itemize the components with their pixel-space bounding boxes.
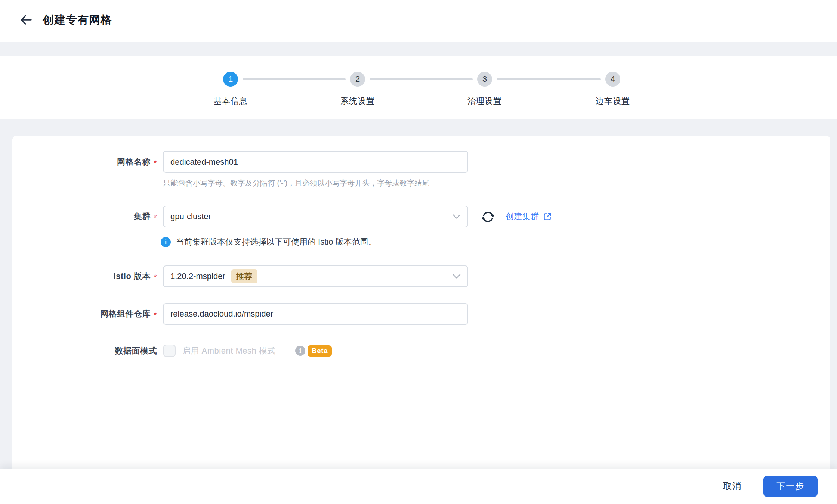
cluster-row: 集群 * gpu-cluster 创建集群 (12, 206, 830, 227)
recommended-badge: 推荐 (231, 269, 257, 283)
cluster-info-row: i 当前集群版本仅支持选择以下可使用的 Istio 版本范围。 (12, 236, 830, 248)
step-circle-4: 4 (605, 72, 620, 87)
istio-version-value: 1.20.2-mspider (170, 271, 225, 281)
required-asterisk: * (154, 156, 157, 168)
cluster-select[interactable]: gpu-cluster (163, 206, 468, 227)
external-link-icon (543, 212, 552, 221)
cluster-info-text: 当前集群版本仅支持选择以下可使用的 Istio 版本范围。 (176, 236, 377, 248)
step-circle-1: 1 (223, 72, 238, 87)
ambient-mesh-checkbox (163, 345, 176, 357)
mesh-name-hint-row: 只能包含小写字母、数字及分隔符 ('-')，且必须以小写字母开头，字母或数字结尾 (12, 177, 830, 189)
step-circle-3: 3 (477, 72, 492, 87)
step-label-1: 基本信息 (213, 96, 248, 107)
stepper: 1 基本信息 2 系统设置 3 治理设置 4 边车设置 (0, 56, 837, 119)
refresh-clusters-button[interactable] (481, 209, 495, 224)
step-circle-2: 2 (350, 72, 365, 87)
stepper-step-governance-settings: 3 治理设置 (455, 72, 515, 107)
stepper-step-basic-info: 1 基本信息 (201, 72, 260, 107)
cancel-button[interactable]: 取消 (721, 477, 744, 496)
create-cluster-link[interactable]: 创建集群 (506, 206, 552, 227)
refresh-icon (481, 209, 495, 224)
mesh-name-label: 网格名称 * (12, 151, 157, 173)
beta-badge: Beta (308, 345, 332, 357)
step-label-3: 治理设置 (467, 96, 502, 107)
footer-bar: 取消 下一步 (0, 469, 837, 504)
chevron-down-icon (453, 214, 461, 219)
ambient-mesh-checkbox-label: 启用 Ambient Mesh 模式 (182, 344, 276, 358)
create-mesh-page: 创建专有网格 1 基本信息 2 系统设置 3 治理设置 4 边车设置 网格名称 … (0, 0, 837, 504)
step-label-4: 边车设置 (596, 96, 630, 107)
stepper-step-sidecar-settings: 4 边车设置 (583, 72, 643, 107)
istio-version-select[interactable]: 1.20.2-mspider 推荐 (163, 265, 468, 287)
page-header: 创建专有网格 (0, 0, 837, 42)
istio-version-label-text: Istio 版本 (114, 271, 151, 282)
back-arrow-icon (20, 14, 33, 25)
registry-input[interactable] (163, 303, 468, 325)
page-title: 创建专有网格 (43, 12, 112, 28)
info-icon-gray: i (295, 346, 305, 356)
back-button[interactable] (19, 12, 34, 27)
required-asterisk: * (154, 211, 157, 223)
next-button[interactable]: 下一步 (763, 476, 818, 497)
mesh-name-input[interactable] (163, 151, 468, 173)
sparkle-icon (328, 343, 333, 348)
cluster-select-value: gpu-cluster (170, 212, 211, 221)
chevron-down-icon (453, 274, 461, 279)
mesh-name-label-text: 网格名称 (117, 156, 151, 168)
info-icon: i (161, 237, 171, 247)
dataplane-mode-label: 数据面模式 (12, 344, 157, 358)
registry-label: 网格组件仓库 * (12, 303, 157, 325)
required-asterisk: * (154, 270, 157, 282)
cluster-label: 集群 * (12, 206, 157, 227)
step-label-2: 系统设置 (340, 96, 375, 107)
form-card: 网格名称 * 只能包含小写字母、数字及分隔符 ('-')，且必须以小写字母开头，… (12, 136, 830, 469)
cluster-label-text: 集群 (134, 211, 151, 222)
mesh-name-hint: 只能包含小写字母、数字及分隔符 ('-')，且必须以小写字母开头，字母或数字结尾 (163, 177, 429, 189)
stepper-step-system-settings: 2 系统设置 (328, 72, 387, 107)
dataplane-mode-row: 数据面模式 启用 Ambient Mesh 模式 i Beta (12, 344, 830, 358)
istio-version-label: Istio 版本 * (12, 265, 157, 287)
required-asterisk: * (154, 308, 157, 320)
registry-label-text: 网格组件仓库 (100, 308, 151, 320)
istio-version-row: Istio 版本 * 1.20.2-mspider 推荐 (12, 265, 830, 287)
create-cluster-link-text: 创建集群 (506, 211, 539, 222)
mesh-name-row: 网格名称 * (12, 151, 830, 173)
dataplane-mode-label-text: 数据面模式 (115, 345, 157, 357)
beta-badge-text: Beta (312, 347, 328, 355)
registry-row: 网格组件仓库 * (12, 303, 830, 325)
